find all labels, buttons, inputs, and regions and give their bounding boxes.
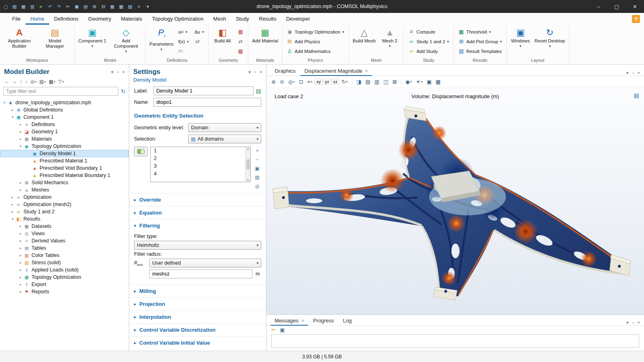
float-panel-icon[interactable]: ▫ (254, 69, 256, 74)
selection-list-item[interactable]: 3 (151, 163, 245, 170)
ribbon-tab[interactable]: Definitions (49, 14, 84, 25)
float-panel-icon[interactable]: ▫ (632, 71, 634, 76)
tree-expander-icon[interactable]: ▸ (18, 137, 23, 141)
tree-expander-icon[interactable]: ▸ (18, 268, 23, 272)
parameters-button[interactable]: Pi Parameters ▾ (148, 26, 175, 53)
scroll-down-icon[interactable]: ▼ (247, 179, 250, 181)
go-to-view-icon[interactable]: ⌖▾ (306, 78, 314, 86)
ribbon-tab[interactable]: Geometry (83, 14, 116, 25)
tree-item[interactable]: ▸ ⇧ Export (0, 281, 129, 288)
paste-icon[interactable]: ▤ (82, 2, 89, 11)
filter-radius-input[interactable] (149, 269, 252, 278)
add-study-button[interactable]: ∞Add Study (406, 46, 451, 56)
undo-icon[interactable]: ↶ (47, 2, 53, 11)
ribbon-tab[interactable]: File (7, 14, 25, 25)
tree-expander-icon[interactable]: ▸ (18, 253, 23, 257)
panel-menu-icon[interactable]: ▾ (248, 69, 251, 75)
close-tab-icon[interactable]: × (365, 68, 368, 74)
reset-desktop-button[interactable]: ↻ Reset Desktop ▾ (533, 26, 566, 49)
zoom-to-selection-icon[interactable]: ◎ (253, 183, 261, 190)
update-plot-icon[interactable]: ↻▾ (340, 78, 350, 86)
tree-expander-icon[interactable]: ▸ (10, 210, 15, 214)
threshold-button[interactable]: ▩Threshold▾ (456, 27, 504, 36)
add-to-selection-icon[interactable]: + (253, 147, 261, 154)
insert-sequence-button[interactable]: ▦ (235, 27, 246, 36)
tree-expander-icon[interactable]: ▸ (18, 224, 23, 228)
move-down-icon[interactable]: ↓ (24, 78, 29, 85)
filter-radius-mode-dropdown[interactable]: User defined ▾ (149, 259, 261, 267)
selection-list-item[interactable]: 2 (151, 155, 245, 163)
ribbon-tab[interactable]: Home (25, 14, 49, 25)
tree-item[interactable]: ▸ ⊕ Global Definitions (0, 106, 129, 114)
show-grid-icon[interactable]: ▤ (364, 78, 372, 86)
zoom-out-icon[interactable]: ⊖ (278, 78, 286, 86)
result-templates-button[interactable]: ▤Result Templates (456, 46, 504, 56)
transparency-icon[interactable]: ◨ (355, 78, 363, 86)
tab-displacement-magnitude[interactable]: Displacement Magnitude × (300, 66, 372, 76)
settings-section-header[interactable]: ▸ Override (129, 193, 266, 206)
maximize-button[interactable]: ▢ (608, 0, 626, 13)
tree-item[interactable]: ▸ ∞ Optimization (mesh2) (0, 201, 129, 208)
physics-interface-button[interactable]: ◉Topology Optimization▾ (284, 27, 347, 36)
view-xz-button[interactable]: xz (331, 79, 339, 85)
mesh-node-button[interactable]: ▲ Mesh 2 ▾ (378, 26, 401, 49)
tree-expander-icon[interactable]: ▸ (18, 261, 23, 265)
print-icon[interactable]: ▦ (434, 78, 442, 86)
tree-item[interactable]: ▸ ∞ Study 1 and 2 (0, 208, 129, 215)
build-all-button[interactable]: ◧ Build All (211, 26, 234, 45)
component-button[interactable]: ▣ Component 1 ▾ (77, 26, 108, 49)
update-geometry-button[interactable]: ⇄ (235, 37, 246, 46)
entity-level-dropdown[interactable]: Domain ▾ (188, 123, 261, 132)
redo-icon[interactable]: ↷ (56, 2, 62, 11)
tree-item[interactable]: ▸ ◎ Views (0, 230, 129, 237)
save-as-icon[interactable]: ▥ (29, 2, 36, 11)
windows-button[interactable]: ▣ Windows ▾ (509, 26, 532, 49)
tree-item[interactable]: ▲ Prescribed Material 1 (0, 157, 129, 164)
ribbon-tab[interactable]: Study (231, 14, 254, 25)
snapshot-icon[interactable]: ▣ (425, 78, 433, 86)
remove-from-selection-icon[interactable]: − (253, 156, 261, 163)
rename-icon[interactable]: ▤ (256, 88, 261, 94)
tab-messages[interactable]: Messages × (271, 316, 308, 326)
tree-item[interactable]: ▸ ▥ Color Tables (0, 252, 129, 259)
settings-section-header[interactable]: ▸ Equation (129, 206, 266, 219)
tree-expander-icon[interactable]: ▸ (18, 188, 23, 192)
application-builder-button[interactable]: A Application Builder (2, 26, 37, 50)
panel-menu-icon[interactable]: ▾ (111, 69, 113, 75)
tree-item[interactable]: ▲ Prescribed Material Boundary 1 (0, 172, 129, 179)
tab-progress[interactable]: Progress (309, 316, 338, 326)
show-options-icon[interactable]: ◎▾ (29, 78, 38, 85)
graphics-canvas[interactable]: Load case 2 Volume: Displacement magnitu… (266, 88, 644, 314)
selection-list-item[interactable]: 1 (151, 147, 245, 155)
tree-expander-icon[interactable]: ▾ (2, 101, 7, 105)
ribbon-tab[interactable]: Results (254, 14, 281, 25)
table-icon[interactable]: ▦ (109, 2, 115, 11)
scroll-up-icon[interactable]: ▲ (247, 147, 250, 150)
close-button[interactable]: ✕ (626, 0, 644, 13)
float-panel-icon[interactable]: ▫ (117, 69, 119, 74)
lock-axes-icon[interactable]: ⊠ (391, 78, 399, 86)
add-physics-button[interactable]: ⊞Add Physics (284, 37, 347, 46)
settings-section-header[interactable]: ▸ Projection (129, 297, 266, 310)
minimize-button[interactable]: – (589, 0, 608, 13)
help-icon[interactable]: ? (632, 15, 640, 23)
variables-button[interactable]: a=▾ (176, 27, 191, 36)
tree-item[interactable]: ▸ ⚑ Reports (0, 288, 129, 295)
tree-expander-icon[interactable]: ▾ (10, 217, 15, 221)
customize-toolbar-icon[interactable]: ▾ (145, 2, 151, 11)
tab-graphics[interactable]: Graphics (271, 66, 300, 76)
listbox-scrollbar[interactable]: ▲ ▼ (245, 147, 250, 182)
tree-item[interactable]: ▸ ▦ Datasets (0, 223, 129, 230)
copy-icon[interactable]: ▣ (280, 327, 285, 333)
cut-icon[interactable]: ✂ (65, 2, 71, 11)
study-button[interactable]: ∞Study 1 and 2▾ (406, 37, 451, 46)
add-mathematics-button[interactable]: ΔAdd Mathematics (284, 46, 347, 56)
clear-messages-icon[interactable]: ✏ (271, 327, 276, 333)
coordinate-systems-button[interactable]: ⇄ (192, 37, 207, 46)
panel-menu-icon[interactable]: ▾ (626, 70, 629, 76)
tree-expander-icon[interactable]: ▸ (10, 202, 15, 206)
tab-log[interactable]: Log (339, 316, 356, 326)
pin-panel-icon[interactable]: ⌖ (638, 320, 640, 325)
tree-settings-icon[interactable]: ▦▾ (48, 78, 57, 85)
tree-item[interactable]: ▸ ▤ Tables (0, 244, 129, 252)
